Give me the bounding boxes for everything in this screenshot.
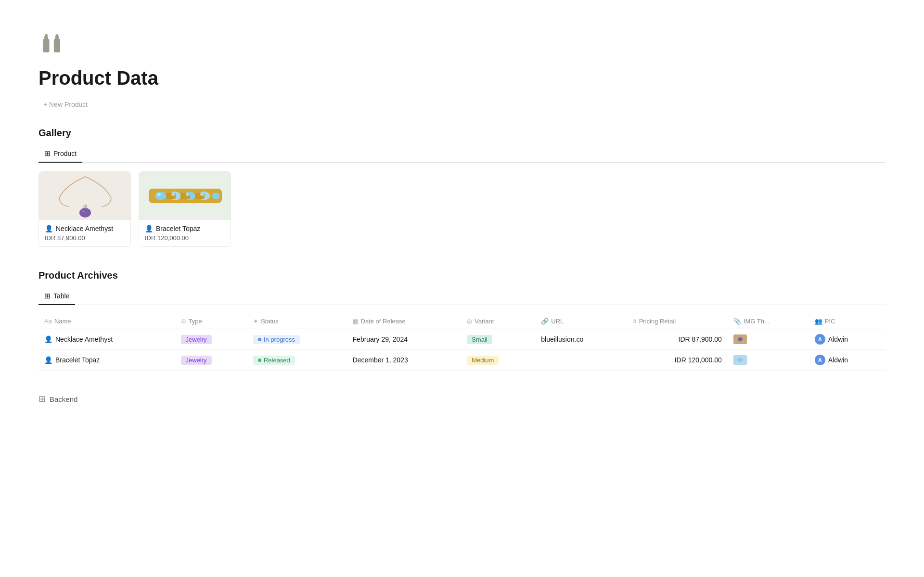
person-icon-4: 👤 <box>44 356 52 364</box>
backend-section[interactable]: ⊞ Backend <box>38 394 886 404</box>
svg-point-26 <box>738 337 743 341</box>
col-url: 🔗URL <box>535 314 627 329</box>
archives-section: Product Archives ⊞ Table AaName ⊙Type ✦S… <box>38 270 886 371</box>
col-date: ▦Date of Release <box>347 314 462 329</box>
svg-point-21 <box>157 193 161 196</box>
cell-url-bracelet <box>535 350 627 371</box>
col-img: 📎IMG Th... <box>728 314 809 329</box>
col-status: ✦Status <box>247 314 347 329</box>
svg-point-22 <box>171 193 175 196</box>
cell-pic-necklace: A Aldwin <box>809 329 886 350</box>
status-dot-2 <box>258 359 261 362</box>
gallery-section: Gallery ⊞ Product <box>38 128 886 247</box>
img-thumbnail-bracelet <box>733 355 747 365</box>
svg-point-28 <box>737 358 743 362</box>
col-variant: ◎Variant <box>461 314 535 329</box>
cell-variant-bracelet: Medium <box>461 350 535 371</box>
person-icon: 👤 <box>45 225 53 232</box>
cell-date-necklace: February 29, 2024 <box>347 329 462 350</box>
bracelet-card-price: IDR 120,000.00 <box>145 234 225 242</box>
necklace-card-body: 👤 Necklace Amethyst IDR 87,900.00 <box>39 220 130 246</box>
svg-point-13 <box>155 192 167 200</box>
gallery-section-title: Gallery <box>38 128 886 139</box>
necklace-image <box>39 172 131 220</box>
table-icon: ⊞ <box>44 292 51 300</box>
cell-status-necklace: In progress <box>247 329 347 350</box>
tab-table[interactable]: ⊞ Table <box>38 288 75 305</box>
svg-rect-0 <box>43 39 49 52</box>
table-header-row: AaName ⊙Type ✦Status ▦Date of Release ◎V… <box>38 314 886 329</box>
bracelet-image <box>139 172 231 220</box>
svg-rect-2 <box>45 34 48 37</box>
table-row[interactable]: 👤 Bracelet Topaz Jewelry Released Decemb… <box>38 350 886 371</box>
avatar-aldwin: A <box>815 334 825 345</box>
necklace-card-name: 👤 Necklace Amethyst <box>45 225 125 232</box>
cell-img-bracelet <box>728 350 809 371</box>
page-title: Product Data <box>38 67 886 89</box>
bracelet-card-name: 👤 Bracelet Topaz <box>145 225 225 232</box>
new-product-button[interactable]: + New Product <box>38 99 92 110</box>
grid-icon: ⊞ <box>44 149 51 158</box>
avatar-aldwin-2: A <box>815 355 825 365</box>
page-icon <box>38 29 886 60</box>
cell-type-bracelet: Jewelry <box>175 350 247 371</box>
cell-name-necklace: 👤 Necklace Amethyst <box>38 329 175 350</box>
necklace-card-price: IDR 87,900.00 <box>45 234 125 242</box>
cell-pic-bracelet: A Aldwin <box>809 350 886 371</box>
col-name: AaName <box>38 314 175 329</box>
img-thumbnail-necklace <box>733 334 747 344</box>
cell-price-bracelet: IDR 120,000.00 <box>627 350 727 371</box>
col-pic: 👥PIC <box>809 314 886 329</box>
svg-point-24 <box>200 193 204 196</box>
col-pricing: #Pricing Retail <box>627 314 727 329</box>
person-icon-3: 👤 <box>44 335 52 343</box>
bracelet-card-body: 👤 Bracelet Topaz IDR 120,000.00 <box>139 220 231 246</box>
cell-url-necklace: blueillusion.co <box>535 329 627 350</box>
gallery-cards: 👤 Necklace Amethyst IDR 87,900.00 <box>38 171 886 247</box>
svg-rect-5 <box>56 34 59 37</box>
svg-rect-3 <box>54 39 60 52</box>
cell-name-bracelet: 👤 Bracelet Topaz <box>38 350 175 371</box>
archives-section-title: Product Archives <box>38 270 886 281</box>
col-type: ⊙Type <box>175 314 247 329</box>
product-table: AaName ⊙Type ✦Status ▦Date of Release ◎V… <box>38 314 886 371</box>
svg-point-17 <box>212 192 220 199</box>
gallery-card-necklace[interactable]: 👤 Necklace Amethyst IDR 87,900.00 <box>38 171 131 247</box>
cell-date-bracelet: December 1, 2023 <box>347 350 462 371</box>
cell-price-necklace: IDR 87,900.00 <box>627 329 727 350</box>
svg-point-9 <box>82 210 85 212</box>
gallery-tab-bar: ⊞ Product <box>38 145 886 163</box>
svg-point-23 <box>186 193 190 196</box>
svg-point-8 <box>79 208 91 218</box>
cell-status-bracelet: Released <box>247 350 347 371</box>
archives-tab-bar: ⊞ Table <box>38 288 886 305</box>
backend-icon: ⊞ <box>38 394 46 404</box>
tab-product[interactable]: ⊞ Product <box>38 145 82 163</box>
status-dot <box>258 338 261 341</box>
person-icon-2: 👤 <box>145 225 153 232</box>
gallery-card-bracelet[interactable]: 👤 Bracelet Topaz IDR 120,000.00 <box>139 171 231 247</box>
table-row[interactable]: 👤 Necklace Amethyst Jewelry In progress … <box>38 329 886 350</box>
cell-variant-necklace: Small <box>461 329 535 350</box>
cell-img-necklace <box>728 329 809 350</box>
cell-type-necklace: Jewelry <box>175 329 247 350</box>
